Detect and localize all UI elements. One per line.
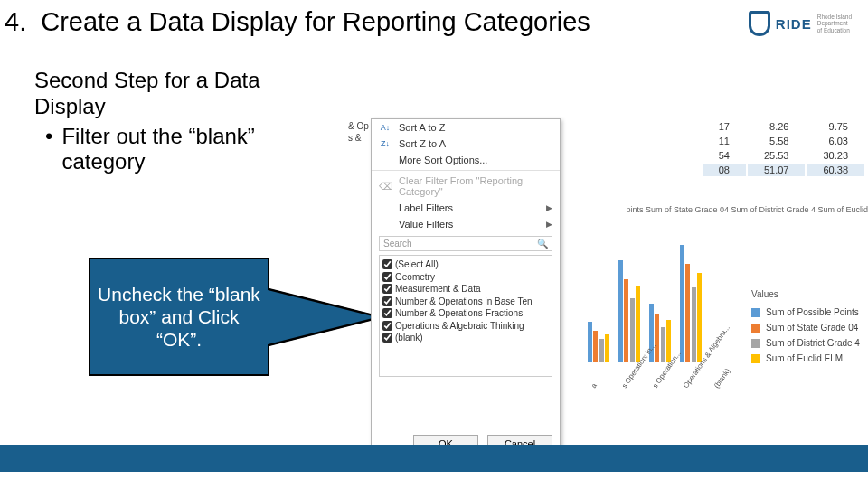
cell: 17 <box>703 120 746 133</box>
bg-left-label: s & <box>348 132 369 144</box>
checkbox[interactable] <box>382 272 392 282</box>
excel-screenshot-area: & Op s & 178.269.75 115.586.03 5425.5330… <box>337 118 868 473</box>
cell: 54 <box>703 149 746 162</box>
step-heading: Second Step for a Data Display <box>34 68 315 120</box>
check-item[interactable]: Number & Operations-Fractions <box>382 307 550 320</box>
bar <box>605 334 609 362</box>
cell: 08 <box>703 164 746 176</box>
legend-swatch-icon <box>751 324 760 333</box>
bar <box>593 331 598 362</box>
menu-value-filters[interactable]: Value Filters ▶ <box>372 216 560 232</box>
x-label: s Operation... <box>651 371 668 390</box>
menu-label: Value Filters <box>399 219 453 230</box>
ride-shield-icon <box>749 11 770 36</box>
check-item[interactable]: Operations & Algebraic Thinking <box>382 320 550 333</box>
filter-menu: A↓ Sort A to Z Z↓ Sort Z to A More Sort … <box>371 118 561 458</box>
x-label: (blank) <box>712 371 730 390</box>
bar <box>588 322 592 362</box>
legend-label: Sum of State Grade 04 <box>766 323 858 333</box>
cell: 9.75 <box>807 120 864 133</box>
legend-title: Values <box>751 289 868 299</box>
checkbox[interactable] <box>382 284 392 294</box>
check-label: Number & Operations-Fractions <box>395 307 523 320</box>
menu-label: Label Filters <box>399 202 453 213</box>
legend-swatch-icon <box>751 339 760 348</box>
checkbox[interactable] <box>382 308 392 318</box>
cell: 6.03 <box>807 135 864 147</box>
bar <box>697 273 702 362</box>
checkbox[interactable] <box>382 296 392 306</box>
cell: 30.23 <box>807 149 864 162</box>
content-area: Second Step for a Data Display • Filter … <box>34 68 859 488</box>
bar <box>655 314 659 362</box>
menu-label: Sort Z to A <box>399 138 446 149</box>
legend-item: Sum of District Grade 4 <box>751 335 868 351</box>
chevron-right-icon: ▶ <box>546 220 552 229</box>
menu-label-filters[interactable]: Label Filters ▶ <box>372 200 560 216</box>
ride-subtitle: Rhode Island Department of Education <box>817 14 852 33</box>
chart-legend: Values Sum of Possible PointsSum of Stat… <box>751 289 868 366</box>
bar-group <box>649 304 672 362</box>
slide-title-row: 4. Create a Data Display for Reporting C… <box>0 0 868 37</box>
pivot-chart: as Operation: in...s Operation...Operati… <box>583 238 737 389</box>
bg-mini-header: pints Sum of State Grade 04 Sum of Distr… <box>626 205 868 214</box>
cell: 11 <box>703 135 746 147</box>
menu-separator <box>372 170 560 171</box>
cell: 25.53 <box>748 149 806 162</box>
check-label: Operations & Algebraic Thinking <box>395 320 524 333</box>
ride-logo: RIDE Rhode Island Department of Educatio… <box>749 7 859 36</box>
check-item-blank[interactable]: (blank) <box>382 332 550 344</box>
title-text: Create a Data Display for Reporting Cate… <box>32 7 590 37</box>
bg-left-labels: & Op s & <box>348 120 369 144</box>
checkbox[interactable] <box>382 259 392 269</box>
check-item[interactable]: Geometry <box>382 271 550 284</box>
checkbox[interactable] <box>382 321 392 331</box>
menu-label: More Sort Options... <box>399 155 487 165</box>
cell: 8.26 <box>748 120 806 133</box>
menu-more-sort[interactable]: More Sort Options... <box>372 152 560 168</box>
filter-search-input[interactable]: Search 🔍 <box>379 236 552 251</box>
legend-item: Sum of Euclid ELM <box>751 351 868 366</box>
bar-group <box>680 245 703 362</box>
menu-sort-az[interactable]: A↓ Sort A to Z <box>372 119 560 136</box>
x-label: a <box>590 371 607 390</box>
check-item[interactable]: Number & Operations in Base Ten <box>382 296 550 308</box>
legend-label: Sum of Euclid ELM <box>766 353 843 363</box>
menu-label: Clear Filter From "Reporting Category" <box>399 175 552 197</box>
search-placeholder: Search <box>383 239 412 249</box>
cell: 5.58 <box>748 135 806 147</box>
chart-x-labels: as Operation: in...s Operation...Operati… <box>583 385 737 393</box>
sort-az-icon: A↓ <box>379 123 392 132</box>
title-number: 4. <box>5 7 32 37</box>
bar <box>624 279 628 362</box>
bg-table: 178.269.75 115.586.03 5425.5330.23 0851.… <box>701 118 866 178</box>
bar <box>618 260 623 362</box>
cell: 60.38 <box>807 164 864 176</box>
bar <box>636 286 640 362</box>
check-label: Measurement & Data <box>395 283 481 296</box>
bar <box>630 298 635 362</box>
callout: Uncheck the “blank box” and Click “OK”. <box>89 258 376 376</box>
check-select-all[interactable]: (Select All) <box>382 258 550 271</box>
ride-wordmark: RIDE <box>776 16 812 32</box>
x-label: s Operation: in... <box>620 371 637 390</box>
sort-za-icon: Z↓ <box>379 139 392 148</box>
check-label: Geometry <box>395 271 435 284</box>
bar <box>680 245 684 362</box>
checkbox[interactable] <box>382 333 392 343</box>
bar <box>692 287 696 362</box>
bar <box>685 264 690 362</box>
menu-sort-za[interactable]: Z↓ Sort Z to A <box>372 136 560 152</box>
bullet-dot: • <box>34 124 52 150</box>
chevron-right-icon: ▶ <box>546 203 552 212</box>
funnel-clear-icon: ⌫ <box>379 181 392 192</box>
legend-label: Sum of District Grade 4 <box>766 338 860 348</box>
filter-checklist: (Select All) Geometry Measurement & Data… <box>379 255 552 377</box>
bar-group <box>588 322 610 362</box>
search-icon: 🔍 <box>537 239 548 249</box>
legend-item: Sum of Possible Points <box>751 305 868 320</box>
check-item[interactable]: Measurement & Data <box>382 283 550 296</box>
bg-left-label: & Op <box>348 120 369 132</box>
bar <box>599 339 604 362</box>
x-label: Operations & Algebra... <box>682 371 699 390</box>
